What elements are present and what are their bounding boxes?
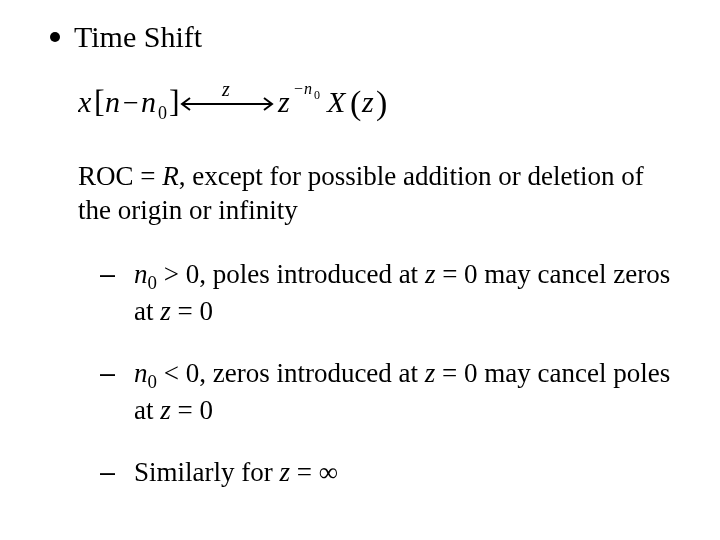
- f-argz: z: [361, 85, 374, 118]
- i3-b: = ∞: [290, 457, 338, 487]
- f-lparen: (: [350, 84, 361, 122]
- dash-icon: –: [100, 456, 134, 488]
- f-n0: n: [141, 85, 156, 118]
- i2-n: n: [134, 358, 148, 388]
- heading-text: Time Shift: [74, 20, 202, 54]
- i3-z: z: [279, 457, 290, 487]
- f-rbracket: ]: [169, 83, 180, 119]
- formula-block: x [ n − n 0 ] z z − n 0 X ( z ): [78, 74, 690, 132]
- f-n: n: [105, 85, 120, 118]
- i1-z1: z: [425, 259, 436, 289]
- i2-z1: z: [425, 358, 436, 388]
- i1-n: n: [134, 259, 148, 289]
- i3-a: Similarly for: [134, 457, 279, 487]
- dash-icon: –: [100, 357, 134, 389]
- i2-tail: = 0: [171, 395, 213, 425]
- f-X: X: [326, 85, 347, 118]
- f-exp-sub: 0: [314, 88, 320, 102]
- sub-body-3: Similarly for z = ∞: [134, 456, 680, 488]
- arrow-top-z: z: [221, 78, 230, 100]
- i2-z2: z: [160, 395, 171, 425]
- bullet-disc-icon: [50, 32, 60, 42]
- f-exp-sign: −: [294, 80, 303, 97]
- f-rparen: ): [376, 84, 387, 122]
- i1-z2: z: [160, 296, 171, 326]
- roc-R: R: [162, 161, 179, 191]
- sub-item-2: – n0 < 0, zeros introduced at z = 0 may …: [100, 357, 680, 426]
- i1-nsub: 0: [148, 272, 157, 293]
- roc-line: ROC = R, except for possible addition or…: [78, 160, 680, 228]
- i2-cmp: < 0, zeros introduced at: [157, 358, 425, 388]
- roc-prefix: ROC =: [78, 161, 162, 191]
- dash-icon: –: [100, 258, 134, 290]
- f-n0-sub: 0: [158, 103, 167, 123]
- f-exp-n: n: [304, 80, 312, 97]
- i1-tail: = 0: [171, 296, 213, 326]
- f-rz: z: [277, 85, 290, 118]
- i1-cmp: > 0, poles introduced at: [157, 259, 425, 289]
- f-lhs-x: x: [78, 85, 92, 118]
- sub-item-3: – Similarly for z = ∞: [100, 456, 680, 488]
- sub-body-2: n0 < 0, zeros introduced at z = 0 may ca…: [134, 357, 680, 426]
- sub-body-1: n0 > 0, poles introduced at z = 0 may ca…: [134, 258, 680, 327]
- i2-nsub: 0: [148, 371, 157, 392]
- f-lbracket: [: [94, 83, 105, 119]
- formula-svg: x [ n − n 0 ] z z − n 0 X ( z ): [78, 74, 398, 132]
- sub-item-1: – n0 > 0, poles introduced at z = 0 may …: [100, 258, 680, 327]
- heading-bullet: Time Shift: [50, 20, 690, 54]
- sub-list: – n0 > 0, poles introduced at z = 0 may …: [100, 258, 680, 489]
- f-minus: −: [123, 87, 139, 118]
